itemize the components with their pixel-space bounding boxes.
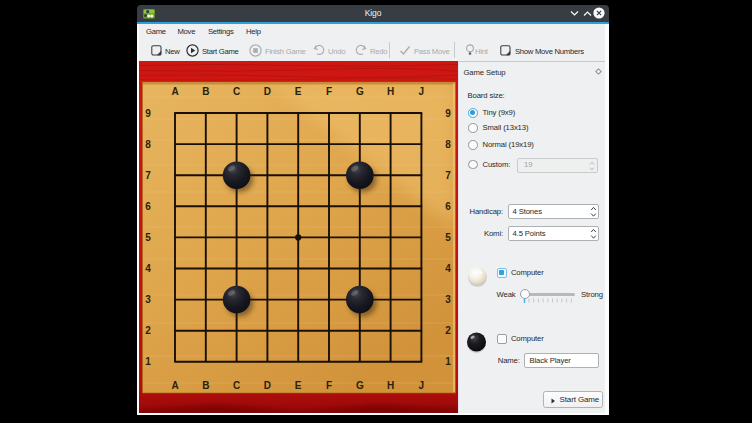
svg-text:G: G <box>356 380 364 391</box>
svg-text:7: 7 <box>445 170 451 181</box>
svg-text:5: 5 <box>145 232 151 243</box>
svg-text:F: F <box>326 380 332 391</box>
svg-text:J: J <box>419 380 425 391</box>
svg-text:2: 2 <box>145 325 151 336</box>
svg-text:4: 4 <box>145 263 151 274</box>
svg-text:H: H <box>387 86 394 97</box>
svg-text:3: 3 <box>445 294 451 305</box>
svg-text:E: E <box>295 380 302 391</box>
svg-text:7: 7 <box>145 170 151 181</box>
svg-text:E: E <box>295 86 302 97</box>
svg-text:6: 6 <box>445 201 451 212</box>
svg-text:B: B <box>202 380 209 391</box>
svg-text:5: 5 <box>445 232 451 243</box>
svg-text:2: 2 <box>445 325 451 336</box>
svg-text:C: C <box>233 380 240 391</box>
svg-text:8: 8 <box>445 139 451 150</box>
svg-text:B: B <box>202 86 209 97</box>
svg-text:G: G <box>356 86 364 97</box>
svg-text:9: 9 <box>445 108 451 119</box>
svg-text:8: 8 <box>145 139 151 150</box>
svg-text:1: 1 <box>145 356 151 367</box>
svg-text:J: J <box>419 86 425 97</box>
svg-text:A: A <box>171 380 178 391</box>
svg-text:H: H <box>387 380 394 391</box>
svg-text:3: 3 <box>145 294 151 305</box>
svg-text:4: 4 <box>445 263 451 274</box>
svg-text:C: C <box>233 86 240 97</box>
svg-text:A: A <box>171 86 178 97</box>
svg-text:D: D <box>264 380 271 391</box>
svg-text:9: 9 <box>145 108 151 119</box>
svg-text:D: D <box>264 86 271 97</box>
svg-text:1: 1 <box>445 356 451 367</box>
svg-text:F: F <box>326 86 332 97</box>
svg-text:6: 6 <box>145 201 151 212</box>
